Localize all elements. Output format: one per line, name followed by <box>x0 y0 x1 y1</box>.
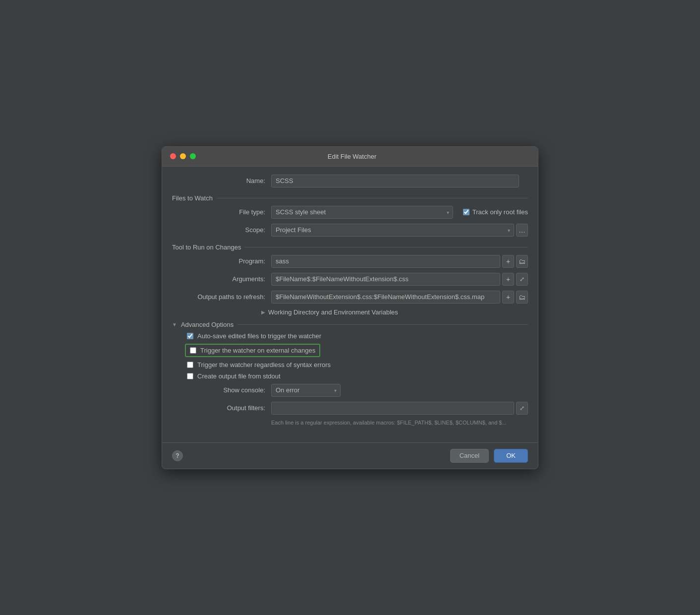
working-dir-collapsible[interactable]: ▶ Working Directory and Environment Vari… <box>172 308 528 316</box>
trigger-syntax-checkbox[interactable] <box>187 362 193 368</box>
output-paths-add-button[interactable]: + <box>502 291 514 304</box>
show-console-label: Show console: <box>172 386 271 394</box>
create-output-row: Create output file from stdout <box>172 372 528 380</box>
arguments-row: Arguments: + ⤢ <box>172 273 528 286</box>
tool-to-run-title: Tool to Run on Changes <box>172 244 241 251</box>
track-root-files-checkbox[interactable] <box>463 209 469 215</box>
plus-icon: + <box>506 293 510 301</box>
scope-select[interactable]: Project Files <box>271 224 514 237</box>
show-console-row: Show console: On error Always Never ▾ <box>172 384 528 397</box>
auto-save-label[interactable]: Auto-save edited files to trigger the wa… <box>197 332 321 340</box>
advanced-section-divider <box>237 324 528 325</box>
arguments-input[interactable] <box>271 273 500 286</box>
scope-select-wrapper: Project Files ▾ <box>271 224 514 237</box>
output-filters-input-group: ⤢ <box>271 402 528 415</box>
plus-icon: + <box>506 275 510 283</box>
help-button[interactable]: ? <box>172 450 183 461</box>
program-folder-button[interactable]: 🗂 <box>516 255 528 268</box>
trigger-external-label[interactable]: Trigger the watcher on external changes <box>200 347 315 354</box>
program-row: Program: + 🗂 <box>172 255 528 268</box>
tool-to-run-header: Tool to Run on Changes <box>172 244 528 251</box>
working-dir-label: Working Directory and Environment Variab… <box>268 308 398 316</box>
track-root-checkbox-container: Track only root files <box>463 208 528 216</box>
arguments-input-group: + ⤢ <box>271 273 528 286</box>
show-console-select-wrapper: On error Always Never ▾ <box>271 384 341 397</box>
collapse-arrow-icon: ▶ <box>261 309 265 315</box>
arguments-add-button[interactable]: + <box>502 273 514 286</box>
trigger-external-focused-box: Trigger the watcher on external changes <box>185 344 320 357</box>
bottom-actions: Cancel OK <box>450 449 528 463</box>
expand-icon: ⤢ <box>520 276 525 283</box>
create-output-checkbox[interactable] <box>187 373 193 379</box>
hint-text: Each line is a regular expression, avail… <box>172 420 528 426</box>
auto-save-row: Auto-save edited files to trigger the wa… <box>172 332 528 340</box>
plus-icon: + <box>506 257 510 265</box>
folder-icon: 🗂 <box>519 293 525 301</box>
create-output-label[interactable]: Create output file from stdout <box>197 372 281 380</box>
file-type-row: File type: SCSS style sheet ▾ Track only… <box>172 206 528 219</box>
file-type-label: File type: <box>172 208 271 216</box>
bottom-bar: ? Cancel OK <box>162 442 538 469</box>
trigger-external-checkbox[interactable] <box>190 347 196 354</box>
scope-row: Scope: Project Files ▾ … <box>172 224 528 237</box>
program-input[interactable] <box>271 255 500 268</box>
file-type-select-wrapper: SCSS style sheet ▾ <box>271 206 453 219</box>
scope-input-group: Project Files ▾ … <box>271 224 528 237</box>
arguments-expand-button[interactable]: ⤢ <box>516 273 528 286</box>
scope-ellipsis-button[interactable]: … <box>516 224 528 237</box>
ellipsis-icon: … <box>519 226 525 234</box>
expand-icon: ⤢ <box>520 405 525 412</box>
folder-icon: 🗂 <box>519 257 525 265</box>
files-to-watch-title: Files to Watch <box>172 194 213 202</box>
output-paths-label: Output paths to refresh: <box>172 293 271 301</box>
program-input-group: + 🗂 <box>271 255 528 268</box>
trigger-syntax-label[interactable]: Trigger the watcher regardless of syntax… <box>197 361 331 369</box>
output-filters-label: Output filters: <box>172 404 271 412</box>
files-to-watch-header: Files to Watch <box>172 194 528 202</box>
cancel-button[interactable]: Cancel <box>450 449 489 463</box>
track-root-label[interactable]: Track only root files <box>472 208 528 216</box>
program-add-button[interactable]: + <box>502 255 514 268</box>
program-label: Program: <box>172 257 271 265</box>
advanced-options-arrow-icon[interactable]: ▼ <box>172 322 177 327</box>
arguments-label: Arguments: <box>172 275 271 283</box>
file-type-select[interactable]: SCSS style sheet <box>271 206 453 219</box>
output-paths-folder-button[interactable]: 🗂 <box>516 291 528 304</box>
name-row: Name: <box>172 175 528 187</box>
advanced-options-header: ▼ Advanced Options <box>172 321 528 328</box>
files-section-divider <box>217 198 528 198</box>
edit-file-watcher-dialog: Edit File Watcher Name: Files to Watch F… <box>162 146 538 469</box>
output-paths-input[interactable] <box>271 291 500 304</box>
output-filters-expand-button[interactable]: ⤢ <box>516 402 528 415</box>
dialog-title: Edit File Watcher <box>174 153 530 160</box>
output-paths-input-group: + 🗂 <box>271 291 528 304</box>
show-console-select[interactable]: On error Always Never <box>271 384 341 397</box>
ok-button[interactable]: OK <box>494 449 528 463</box>
advanced-options-title: Advanced Options <box>181 321 233 328</box>
output-paths-row: Output paths to refresh: + 🗂 <box>172 291 528 304</box>
dialog-content: Name: Files to Watch File type: SCSS sty… <box>162 167 538 438</box>
output-filters-input[interactable] <box>271 402 514 415</box>
title-bar: Edit File Watcher <box>162 147 538 167</box>
name-label: Name: <box>172 177 271 184</box>
scope-label: Scope: <box>172 226 271 234</box>
trigger-syntax-row: Trigger the watcher regardless of syntax… <box>172 361 528 369</box>
tool-section-divider <box>245 247 528 247</box>
help-icon: ? <box>175 452 179 459</box>
auto-save-checkbox[interactable] <box>187 333 193 339</box>
output-filters-row: Output filters: ⤢ <box>172 402 528 415</box>
trigger-external-container: Trigger the watcher on external changes <box>172 344 528 357</box>
name-input[interactable] <box>271 175 519 187</box>
